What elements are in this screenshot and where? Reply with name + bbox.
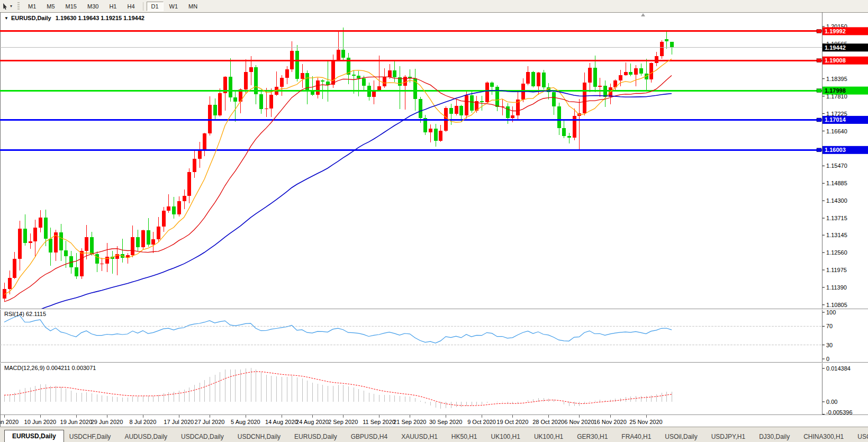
- svg-text:RSI(14) 62.1115: RSI(14) 62.1115: [4, 311, 46, 317]
- symbol-tab-uk100-h1[interactable]: UK100,H1: [486, 431, 526, 442]
- symbol-tab-usdchf-daily[interactable]: USDCHF,Daily: [64, 431, 116, 442]
- svg-text:0.00: 0.00: [826, 399, 837, 405]
- svg-text:6 Nov 2020: 6 Nov 2020: [564, 419, 594, 425]
- svg-text:29 Jun 2020: 29 Jun 2020: [91, 419, 123, 425]
- svg-text:1.19992: 1.19992: [825, 28, 846, 34]
- symbol-tab-eurusd-daily[interactable]: EURUSD,Daily: [4, 430, 64, 442]
- svg-text:1.19008: 1.19008: [825, 57, 846, 64]
- svg-text:1 Jun 2020: 1 Jun 2020: [0, 419, 19, 425]
- svg-text:1.16003: 1.16003: [825, 147, 846, 153]
- symbol-tab-hk50-h1[interactable]: HK50,H1: [446, 431, 483, 442]
- svg-text:24 Aug 2020: 24 Aug 2020: [296, 419, 329, 425]
- symbol-tab-usdcad-daily[interactable]: USDCAD,Daily: [176, 431, 229, 442]
- rsi-label: RSI(14) 62.1115: [4, 311, 46, 317]
- svg-text:1.15470: 1.15470: [826, 163, 847, 169]
- svg-text:2 Sep 2020: 2 Sep 2020: [328, 419, 358, 425]
- svg-text:1.12560: 1.12560: [826, 249, 847, 256]
- svg-text:30 Sep 2020: 30 Sep 2020: [429, 419, 462, 425]
- symbol-tab-china300-h1[interactable]: CHINA300,H1: [798, 431, 849, 442]
- svg-text:30: 30: [826, 342, 833, 348]
- symbol-tab-usoil-daily[interactable]: USOil,Daily: [659, 431, 702, 442]
- symbol-tab-bar: EURUSD,DailyUSDCHF,DailyAUDUSD,DailyUSDC…: [0, 427, 868, 442]
- symbol-tab-dj30-daily[interactable]: DJ30,Daily: [754, 431, 795, 442]
- svg-text:1.13715: 1.13715: [826, 215, 847, 221]
- svg-text:1.11975: 1.11975: [826, 267, 847, 273]
- window-menu-icon[interactable]: ▼: [4, 16, 8, 21]
- svg-text:0.014384: 0.014384: [826, 365, 851, 372]
- svg-text:100: 100: [826, 309, 836, 315]
- macd-label: MACD(12,26,9) 0.004211 0.003071: [4, 365, 96, 371]
- svg-text:10 Jun 2020: 10 Jun 2020: [24, 419, 57, 425]
- svg-text:9 Oct 2020: 9 Oct 2020: [467, 419, 496, 425]
- svg-text:1.19442: 1.19442: [825, 44, 846, 51]
- svg-text:0: 0: [826, 356, 829, 362]
- svg-text:70: 70: [826, 323, 833, 329]
- chart-ohlc-values: 1.19630 1.19643 1.19215 1.19442: [56, 15, 144, 21]
- svg-text:28 Oct 2020: 28 Oct 2020: [532, 419, 564, 425]
- svg-text:1.17998: 1.17998: [825, 87, 846, 94]
- symbol-tab-gbpusd-h4[interactable]: GBPUSD,H4: [346, 431, 393, 442]
- symbol-tab-audusd-daily[interactable]: AUDUSD,Daily: [119, 431, 173, 442]
- svg-text:-0.005396: -0.005396: [826, 409, 853, 416]
- svg-text:19 Jun 2020: 19 Jun 2020: [60, 419, 93, 425]
- svg-text:17 Jul 2020: 17 Jul 2020: [164, 419, 194, 425]
- svg-text:1.10805: 1.10805: [826, 302, 847, 308]
- svg-text:16 Nov 2020: 16 Nov 2020: [593, 419, 626, 425]
- svg-text:27 Jul 2020: 27 Jul 2020: [195, 419, 225, 425]
- symbol-tab-eurusd-daily[interactable]: EURUSD,Daily: [289, 431, 342, 442]
- svg-text:MACD(12,26,9) 0.004211 0.00307: MACD(12,26,9) 0.004211 0.003071: [4, 365, 96, 371]
- svg-text:1.14300: 1.14300: [826, 197, 847, 204]
- svg-text:5 Aug 2020: 5 Aug 2020: [231, 419, 260, 425]
- svg-text:1.17225: 1.17225: [826, 111, 847, 117]
- symbol-tab-xauusd-h1[interactable]: XAUUSD,H1: [396, 431, 443, 442]
- symbol-tab-uk100-h1[interactable]: UK100,H1: [529, 431, 568, 442]
- svg-text:1.11390: 1.11390: [826, 284, 847, 291]
- svg-text:1.14885: 1.14885: [826, 180, 847, 186]
- svg-text:11 Sep 2020: 11 Sep 2020: [363, 419, 395, 425]
- chart-canvas[interactable]: 1.201501.195651.189801.183951.178101.172…: [0, 0, 868, 427]
- symbol-tab-usdjpy-h1[interactable]: USDJPY,H1: [706, 431, 751, 442]
- svg-text:1.13145: 1.13145: [826, 232, 847, 238]
- svg-text:25 Nov 2020: 25 Nov 2020: [629, 419, 662, 425]
- svg-text:19 Oct 2020: 19 Oct 2020: [496, 419, 528, 425]
- chart-symbol-period: EURUSD,Daily: [11, 15, 51, 21]
- svg-text:1.18395: 1.18395: [826, 76, 847, 82]
- svg-text:14 Aug 2020: 14 Aug 2020: [265, 419, 298, 425]
- symbol-tab-usdcnh-daily[interactable]: USDCNH,Daily: [232, 431, 286, 442]
- symbol-tab-fra40-h1[interactable]: FRA40,H1: [616, 431, 656, 442]
- symbol-tab-ger30-h1[interactable]: GER30,H1: [572, 431, 613, 442]
- svg-text:1.17014: 1.17014: [825, 116, 846, 123]
- svg-text:21 Sep 2020: 21 Sep 2020: [393, 419, 426, 425]
- svg-text:8 Jul 2020: 8 Jul 2020: [130, 419, 157, 425]
- panel-frame: [0, 12, 868, 427]
- symbol-tab-usoil-h1[interactable]: USOil,H1: [852, 431, 868, 442]
- chart-title: ▼EURUSD,Daily1.19630 1.19643 1.19215 1.1…: [4, 15, 144, 21]
- svg-text:1.16640: 1.16640: [826, 128, 847, 134]
